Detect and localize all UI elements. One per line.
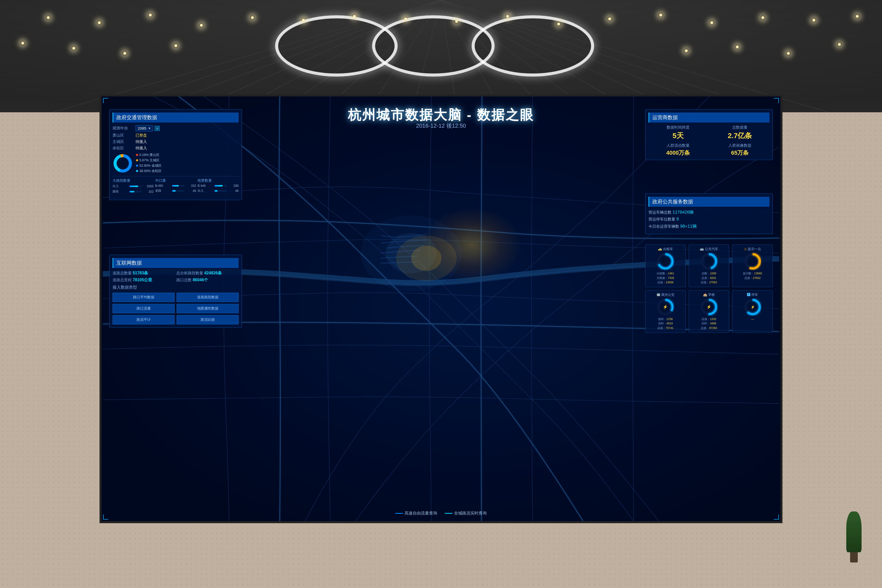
alert-value: 27662 xyxy=(753,276,761,279)
gauge-school-label: 🏫 学校 xyxy=(691,292,727,297)
donut-chart xyxy=(112,153,133,174)
legend-freeway: 高速自由流量查询 xyxy=(395,511,437,516)
gauge-sightseeing-circle: ⚡ xyxy=(656,298,674,316)
legend-label-4: 38.00% 余杭区 xyxy=(140,169,162,173)
bar-2: 路段 102 xyxy=(112,189,154,194)
region-status-section: 萧山区 已整盘 主城区 待接入 余杭区 待接入 xyxy=(112,133,238,151)
ops-total-label: 总数据量 xyxy=(710,125,770,130)
bar-4-label: 老路 xyxy=(155,189,171,193)
year-selector-row: 观测年份 2085 ▼ ≡ xyxy=(112,125,238,131)
legend-dot-1 xyxy=(136,154,138,156)
bus-total: 1000 xyxy=(710,272,716,275)
btn-road-segment[interactable]: 道路路段数据 xyxy=(177,293,238,302)
spot-light-19 xyxy=(72,46,76,51)
ops-time-span: 数据时间跨度 5天 xyxy=(648,125,708,141)
region-1-name: 萧山区 xyxy=(112,133,135,138)
year-selector-box[interactable]: 2085 ▼ xyxy=(135,125,153,131)
bar-4-val: 46 xyxy=(186,189,196,193)
main-screen: 杭州城市数据大脑 - 数据之眼 2016-12-12 後12:50 政府交通管理… xyxy=(99,94,783,523)
year-value: 2085 xyxy=(138,126,146,130)
legend-dot-3 xyxy=(136,165,138,166)
donut-area: 0.18% 萧山区 5.67% 主城区 52.80% 金城区 38.00% 余杭… xyxy=(112,153,238,174)
bus-value: 27662 xyxy=(709,281,717,284)
btn-road-compare[interactable]: 路况比较 xyxy=(177,315,238,324)
legend-line-1 xyxy=(395,513,403,514)
spot-light-10 xyxy=(506,14,510,19)
data-cols: 大路段数量 出入 2005 路段 102 xyxy=(112,178,238,195)
alert-icon: ⚠ xyxy=(744,247,747,251)
data-col-2: 中口量 B:460 332 老路 46 xyxy=(155,178,196,195)
taxi-quality: 12666 xyxy=(666,281,674,284)
bar-3-val: 332 xyxy=(186,184,196,188)
spot-light-5 xyxy=(250,15,255,20)
spot-light-15 xyxy=(760,15,765,20)
spot-light-1 xyxy=(46,15,51,20)
panel-pub-title: 政府公共服务数据 xyxy=(648,197,770,207)
bar-1-label: 出入 xyxy=(112,184,128,188)
parking-icon: 🅿 xyxy=(747,293,750,297)
spot-light-4 xyxy=(199,23,204,28)
spot-light-17 xyxy=(855,14,860,19)
gauge-school-stats: 品值：1332 实时：4486 品值：87266 xyxy=(691,317,727,330)
bar-4-track xyxy=(172,190,184,192)
panel-pub-service: 政府公共服务数据 营运车辆总数 1178426辆 营运停车位数量 9 今日在运营… xyxy=(645,194,773,234)
data-col-3: 电警数量 B:446 280 出入 46 xyxy=(198,178,238,195)
bar-4: 老路 46 xyxy=(155,189,196,193)
settings-icon[interactable]: ≡ xyxy=(154,126,160,131)
spot-light-3 xyxy=(148,13,153,17)
panel-gov-traffic: 政府交通管理数据 观测年份 2085 ▼ ≡ 萧山区 已整盘 主城区 待接入 余… xyxy=(109,109,242,200)
year-arrow-icon: ▼ xyxy=(148,127,151,130)
taxi-count: 1461 xyxy=(668,272,674,275)
ring-lights xyxy=(262,8,620,89)
pub-num-2: 9 xyxy=(676,217,679,222)
bar-5-fill xyxy=(214,185,222,186)
gauge-grid: 🚕 出租车 出租数：1461 当期速：7435 品值：12666 🚌 公共汽车 xyxy=(645,244,773,333)
region-row-1: 萧山区 已整盘 xyxy=(112,133,238,138)
btn-intersection-avg[interactable]: 路口平均数据 xyxy=(112,293,175,302)
gauge-parking-circle: ⚡ xyxy=(744,298,762,316)
bar-3-fill xyxy=(172,185,179,186)
spot-light-14 xyxy=(710,20,714,25)
ops-grid: 数据时间跨度 5天 总数据量 2.7亿条 人群流动数量 4000万条 人群画像数… xyxy=(648,125,770,157)
school-icon: 🏫 xyxy=(703,293,707,297)
gauge-parking-label: 🅿 停车 xyxy=(735,292,771,297)
legend-freeway-text: 高速自由流量查询 xyxy=(405,511,437,516)
school-value: 87266 xyxy=(709,326,717,330)
gauge-alert-label: ⚠ 提示一点 xyxy=(735,247,771,251)
bar-2-track xyxy=(129,191,142,192)
gauge-bus-stats: 总数：1000 品质：8201 品值：27662 xyxy=(691,271,727,285)
pub-stat-2: 营运停车位数量 9 xyxy=(648,217,770,222)
stat-road-count: 道路总数量 51783条 xyxy=(112,270,175,276)
spot-light-24 xyxy=(786,51,790,56)
sightseeing-icon: 🚍 xyxy=(656,293,660,297)
bus-quality: 8201 xyxy=(710,276,716,279)
taxi-speed: 7435 xyxy=(668,276,674,279)
btn-map-attr[interactable]: 地图属性数据 xyxy=(177,304,238,313)
stat-analysis-count: 总分析路段数量 424826条 xyxy=(176,270,238,276)
corner-bl xyxy=(103,514,108,520)
donut-legend: 0.18% 萧山区 5.67% 主城区 52.80% 金城区 38.00% 余杭… xyxy=(136,153,162,174)
bus-icon: 🚌 xyxy=(700,247,704,251)
bar-5-val: 280 xyxy=(228,184,238,188)
region-3-status: 待接入 xyxy=(135,146,147,151)
legend-dot-2 xyxy=(136,159,138,161)
bar-5-track xyxy=(214,185,227,186)
input-data-label: 接入数据类型 xyxy=(112,285,238,290)
stat-mileage: 道路总里程 78105公里 xyxy=(112,278,175,283)
stat-intersection: 路口总数 86046个 xyxy=(176,278,238,283)
btn-road-condition[interactable]: 路况平计 xyxy=(112,315,175,324)
legend-item-1: 0.18% 萧山区 xyxy=(136,153,162,157)
screen-datetime: 2016-12-12 後12:50 xyxy=(416,122,466,130)
legend-label-2: 5.67% 主城区 xyxy=(140,158,159,163)
corner-tl xyxy=(103,98,108,103)
region-row-3: 余杭区 待接入 xyxy=(112,146,238,151)
btn-intersection-flow[interactable]: 路口流量 xyxy=(112,304,175,313)
bar-6-track xyxy=(214,190,227,192)
gauge-bus-label: 🚌 公共汽车 xyxy=(691,247,727,251)
svg-point-34 xyxy=(704,257,714,266)
taxi-icon: 🚕 xyxy=(658,247,662,251)
spot-light-21 xyxy=(174,44,178,48)
svg-text:⚡: ⚡ xyxy=(750,305,755,309)
ops-time-label: 数据时间跨度 xyxy=(648,125,708,130)
legend-item-3: 52.80% 金城区 xyxy=(136,164,162,168)
